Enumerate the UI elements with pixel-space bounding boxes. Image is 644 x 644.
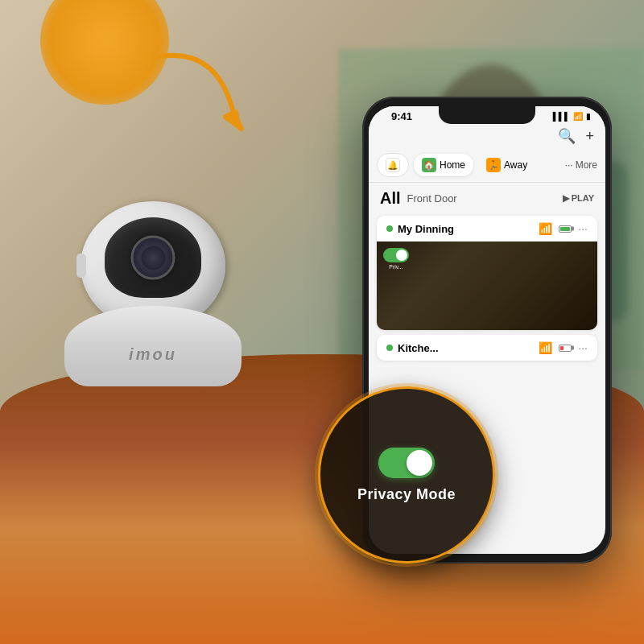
camera-name-kitchen: Kitche... xyxy=(398,342,534,354)
tab-bell[interactable]: 🔔 xyxy=(377,153,409,177)
privacy-mode-toggle[interactable] xyxy=(378,448,435,478)
camera-lens xyxy=(131,236,175,280)
camera-card-dining: My Dinning 📶 ··· xyxy=(377,216,597,330)
camera-thumbnail-dining[interactable]: Priv... xyxy=(377,242,597,330)
bell-icon: 🔔 xyxy=(386,158,400,172)
privacy-mode-label: Privacy Mode xyxy=(357,486,456,503)
orange-arrow-icon xyxy=(137,48,250,153)
search-icon[interactable]: 🔍 xyxy=(558,127,576,145)
wifi-status-icon-kitchen: 📶 xyxy=(539,341,552,354)
camera-card-header-dining: My Dinning 📶 ··· xyxy=(377,216,597,242)
wifi-icon: 📶 xyxy=(573,112,583,121)
brand-label: imou xyxy=(129,345,177,364)
signal-icon: ▌▌▌ xyxy=(553,112,570,121)
section-header: All Front Door ▶ PLAY xyxy=(369,183,605,211)
more-dots: ··· xyxy=(565,159,573,171)
tab-home[interactable]: 🏠 Home xyxy=(414,154,473,176)
toggle-knob-small xyxy=(396,250,407,261)
camera-lens-inner xyxy=(141,246,165,270)
away-icon: 🏃 xyxy=(486,158,501,172)
camera-base: imou xyxy=(64,306,242,386)
thumbnail-overlay xyxy=(377,242,597,330)
add-icon[interactable]: + xyxy=(585,128,594,145)
status-icons: ▌▌▌ 📶 ▮ xyxy=(553,112,591,121)
privacy-toggle-small[interactable]: Priv... xyxy=(383,248,409,270)
status-dot-dining xyxy=(386,225,393,232)
privacy-toggle-knob xyxy=(407,450,432,476)
battery-status-icon xyxy=(559,225,572,233)
app-header: 🔍 + xyxy=(369,124,605,148)
more-options-icon[interactable]: ··· xyxy=(578,222,588,235)
battery-status-icon-kitchen xyxy=(559,345,572,352)
toggle-switch-small[interactable] xyxy=(383,248,409,262)
camera-lens-housing xyxy=(105,217,201,298)
tab-more[interactable]: ··· More xyxy=(565,159,597,171)
tab-more-label: More xyxy=(576,159,597,171)
status-time: 9:41 xyxy=(383,110,412,122)
tab-away[interactable]: 🏃 Away xyxy=(478,154,535,176)
tab-away-label: Away xyxy=(504,159,527,171)
privacy-label-small: Priv... xyxy=(389,264,402,270)
camera-icons-kitchen: 📶 ··· xyxy=(539,341,588,354)
play-button[interactable]: ▶ PLAY xyxy=(563,193,594,204)
camera-card-kitchen: Kitche... 📶 ··· xyxy=(377,335,597,361)
wifi-status-icon: 📶 xyxy=(539,222,552,235)
camera-name-dining: My Dinning xyxy=(398,223,534,235)
privacy-mode-circle: Privacy Mode xyxy=(318,386,495,564)
battery-icon: ▮ xyxy=(586,112,591,121)
section-location: Front Door xyxy=(407,192,556,204)
camera-icons-dining: 📶 ··· xyxy=(539,222,588,235)
camera-side-button[interactable] xyxy=(76,254,86,278)
tab-home-label: Home xyxy=(440,159,465,171)
status-dot-kitchen xyxy=(386,345,393,351)
phone-notch xyxy=(439,106,535,124)
section-title: All xyxy=(380,189,401,208)
play-label: ▶ PLAY xyxy=(563,193,594,204)
home-icon: 🏠 xyxy=(422,158,436,172)
more-options-icon-kitchen[interactable]: ··· xyxy=(578,341,588,354)
tab-bar: 🔔 🏠 Home 🏃 Away ··· More xyxy=(369,148,605,183)
camera-card-header-kitchen: Kitche... 📶 ··· xyxy=(377,335,597,361)
